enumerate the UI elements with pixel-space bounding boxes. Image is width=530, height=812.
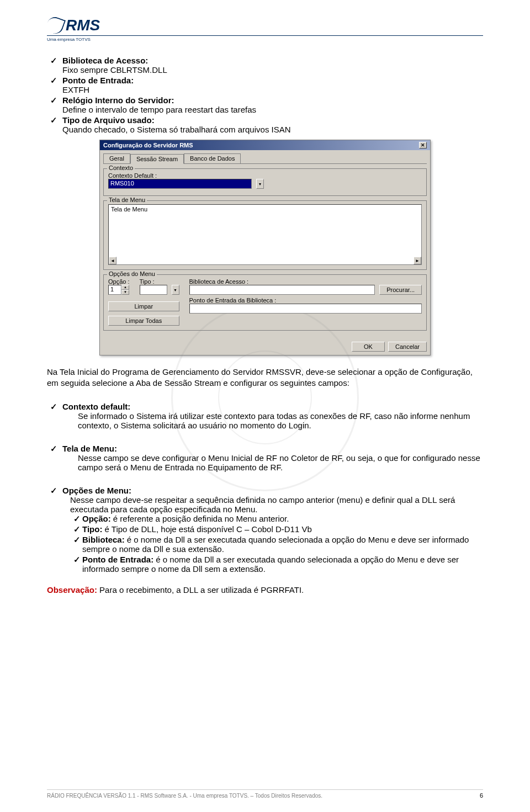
logo-subtitle: Uma empresa TOTVS [47, 35, 483, 42]
tipo-label: Tipo : [140, 278, 179, 285]
item-text: é referente a posição definida no Menu a… [111, 514, 289, 523]
item-label: Opção: [82, 514, 111, 523]
section-body: Nesse campo deve-se respeitar a sequênci… [62, 495, 483, 514]
contexto-label: Contexto Default : [108, 172, 422, 179]
page-footer: RÁDIO FREQUÊNCIA VERSÃO 1.1 - RMS Softwa… [47, 789, 483, 801]
list-item: Ponto de Entrada: EXTFH [47, 76, 483, 94]
logo-swoosh-icon [45, 15, 66, 36]
tela-menu-content: Tela de Menu [111, 206, 147, 213]
section-body: Se informado o Sistema irá utilizar este… [62, 411, 483, 430]
obs-label: Observação: [47, 585, 97, 595]
tela-menu-legend: Tela de Menu [107, 197, 147, 203]
list-item: Tela de Menu: Nesse campo se deve config… [47, 444, 483, 472]
tabs: Geral Sessão Stream Banco de Dados [103, 153, 427, 164]
list-item: Biblioteca de Acesso: Fixo sempre CBLRTS… [47, 56, 483, 75]
opcao-label: Opção : [108, 278, 130, 285]
limpar-button[interactable]: Limpar [108, 301, 179, 311]
item-label: Ponto de Entrada: [82, 555, 153, 564]
tipo-input[interactable] [140, 285, 167, 295]
list-item: Opções de Menu: Nesse campo deve-se resp… [47, 486, 483, 574]
opcoes-menu-fieldset: Opções do Menu Opção : 1 ▲ ▼ Tip [103, 274, 427, 331]
config-dialog: Configuração do Servidor RMS ✕ Geral Ses… [99, 140, 431, 355]
section-title: Contexto default: [62, 402, 130, 411]
tab-geral[interactable]: Geral [103, 153, 130, 163]
obs-text: Para o recebimento, a DLL a ser utilizad… [97, 585, 304, 595]
biblioteca-input[interactable] [189, 285, 375, 295]
observacao: Observação: Para o recebimento, a DLL a … [47, 585, 483, 596]
ponto-entrada-label: Ponto de Entrada da Biblioteca : [189, 297, 422, 304]
item-label: Tipo: [82, 524, 102, 534]
contexto-legend: Contexto [107, 164, 135, 171]
procurar-button[interactable]: Procurar... [379, 285, 422, 295]
item-body: EXTFH [62, 85, 483, 94]
item-title: Biblioteca de Acesso: [62, 56, 148, 65]
chevron-down-icon[interactable]: ▼ [172, 285, 179, 295]
logo-text: RMS [66, 17, 100, 34]
contexto-default-input[interactable]: RMS010 [108, 179, 252, 189]
item-body: Quando checado, o Sistema só trabalhará … [62, 125, 483, 134]
list-item: Biblioteca: é o nome da Dll a ser execut… [70, 535, 483, 554]
scroll-right-icon[interactable]: ► [414, 257, 421, 264]
ponto-entrada-input[interactable] [189, 304, 422, 314]
contexto-fieldset: Contexto Contexto Default : RMS010 ▼ [103, 168, 427, 196]
spinner-down-icon[interactable]: ▼ [121, 290, 129, 295]
page-number: 6 [480, 792, 483, 799]
intro-paragraph: Na Tela Inicial do Programa de Gerenciam… [47, 367, 483, 388]
chevron-down-icon[interactable]: ▼ [256, 179, 264, 189]
sections-list: Opções de Menu: Nesse campo deve-se resp… [47, 486, 483, 574]
item-label: Biblioteca: [82, 535, 125, 544]
item-text: é o nome da Dll a ser executada quando s… [82, 535, 469, 554]
limpar-todas-button[interactable]: Limpar Todas [108, 316, 179, 326]
close-icon[interactable]: ✕ [419, 142, 427, 148]
item-body: Fixo sempre CBLRTSM.DLL [62, 65, 483, 75]
tela-menu-fieldset: Tela de Menu Tela de Menu ◄ ► [103, 200, 427, 270]
tela-menu-textarea[interactable]: Tela de Menu ◄ ► [108, 204, 422, 265]
item-body: Define o intervalo de tempo para reestar… [62, 105, 483, 114]
sections-list: Contexto default: Se informado o Sistema… [47, 402, 483, 430]
dialog-titlebar[interactable]: Configuração do Servidor RMS ✕ [100, 140, 430, 150]
item-text: é Tipo de DLL, hoje está disponível C – … [102, 524, 311, 534]
list-item: Contexto default: Se informado o Sistema… [47, 402, 483, 430]
cancel-button[interactable]: Cancelar [388, 342, 427, 352]
biblioteca-label: Biblioteca de Acesso : [189, 278, 422, 285]
section-title: Tela de Menu: [62, 444, 117, 453]
top-checklist: Biblioteca de Acesso: Fixo sempre CBLRTS… [47, 56, 483, 134]
section-title: Opções de Menu: [62, 486, 131, 495]
scroll-left-icon[interactable]: ◄ [109, 257, 116, 264]
list-item: Ponto de Entrada: é o nome da Dll a ser … [70, 555, 483, 574]
footer-text: RÁDIO FREQUÊNCIA VERSÃO 1.1 - RMS Softwa… [47, 793, 322, 799]
nested-list: Opção: é referente a posição definida no… [62, 514, 483, 574]
list-item: Opção: é referente a posição definida no… [70, 514, 483, 523]
dialog-title-text: Configuração do Servidor RMS [103, 142, 193, 148]
section-body: Nesse campo se deve configurar o Menu In… [62, 453, 483, 472]
opcao-input[interactable]: 1 [108, 285, 121, 295]
item-title: Tipo de Arquivo usado: [62, 115, 155, 125]
item-title: Ponto de Entrada: [62, 76, 134, 85]
opcoes-legend: Opções do Menu [107, 270, 157, 277]
logo: RMS Uma empresa TOTVS [47, 17, 483, 42]
list-item: Relógio Interno do Servidor: Define o in… [47, 95, 483, 114]
list-item: Tipo: é Tipo de DLL, hoje está disponíve… [70, 524, 483, 534]
tab-banco-dados[interactable]: Banco de Dados [184, 153, 241, 163]
spinner-up-icon[interactable]: ▲ [121, 285, 129, 290]
sections-list: Tela de Menu: Nesse campo se deve config… [47, 444, 483, 472]
list-item: Tipo de Arquivo usado: Quando checado, o… [47, 115, 483, 134]
item-title: Relógio Interno do Servidor: [62, 95, 174, 105]
tab-sessao-stream[interactable]: Sessão Stream [130, 154, 184, 164]
ok-button[interactable]: OK [352, 342, 385, 352]
